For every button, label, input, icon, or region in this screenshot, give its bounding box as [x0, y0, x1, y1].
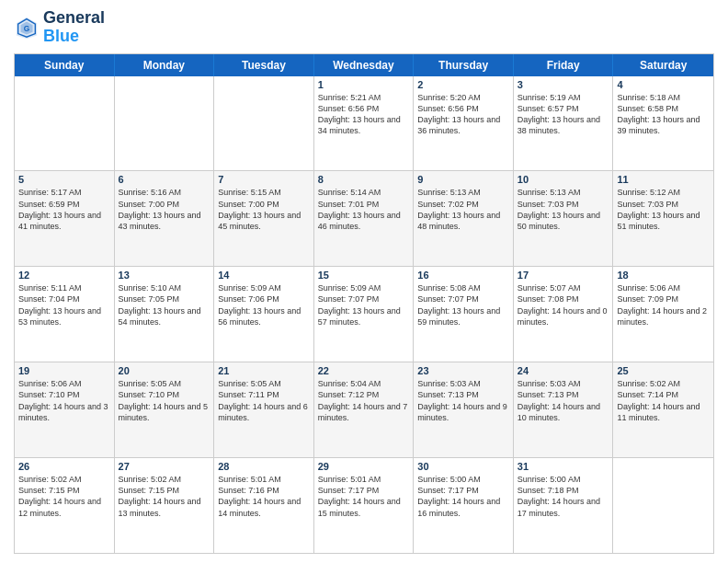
cell-info: Sunrise: 5:08 AM Sunset: 7:07 PM Dayligh…	[417, 282, 509, 327]
calendar-grid: 1Sunrise: 5:21 AM Sunset: 6:56 PM Daylig…	[15, 76, 713, 553]
calendar-cell	[15, 76, 115, 171]
calendar-cell: 13Sunrise: 5:10 AM Sunset: 7:05 PM Dayli…	[115, 267, 215, 362]
cell-info: Sunrise: 5:00 AM Sunset: 7:18 PM Dayligh…	[518, 474, 609, 519]
calendar-cell: 6Sunrise: 5:16 AM Sunset: 7:00 PM Daylig…	[115, 171, 215, 266]
cell-info: Sunrise: 5:01 AM Sunset: 7:16 PM Dayligh…	[218, 474, 310, 519]
calendar-cell: 2Sunrise: 5:20 AM Sunset: 6:56 PM Daylig…	[414, 76, 514, 171]
cell-info: Sunrise: 5:09 AM Sunset: 7:06 PM Dayligh…	[218, 282, 310, 327]
cell-info: Sunrise: 5:12 AM Sunset: 7:03 PM Dayligh…	[617, 187, 710, 232]
cell-date: 13	[119, 270, 210, 281]
day-header-tuesday: Tuesday	[214, 54, 314, 76]
day-headers-row: SundayMondayTuesdayWednesdayThursdayFrid…	[15, 54, 713, 76]
cell-date: 22	[318, 365, 410, 376]
cell-info: Sunrise: 5:09 AM Sunset: 7:07 PM Dayligh…	[318, 282, 410, 327]
page-header: G General Blue	[14, 9, 714, 46]
cell-info: Sunrise: 5:01 AM Sunset: 7:17 PM Dayligh…	[318, 474, 410, 519]
calendar-cell: 12Sunrise: 5:11 AM Sunset: 7:04 PM Dayli…	[15, 267, 115, 362]
cell-info: Sunrise: 5:03 AM Sunset: 7:13 PM Dayligh…	[518, 378, 609, 423]
calendar-cell: 15Sunrise: 5:09 AM Sunset: 7:07 PM Dayli…	[314, 267, 415, 362]
calendar-row-2: 12Sunrise: 5:11 AM Sunset: 7:04 PM Dayli…	[15, 267, 713, 362]
cell-info: Sunrise: 5:14 AM Sunset: 7:01 PM Dayligh…	[318, 187, 410, 232]
cell-info: Sunrise: 5:21 AM Sunset: 6:56 PM Dayligh…	[318, 92, 410, 137]
logo: G General Blue	[14, 9, 105, 46]
cell-info: Sunrise: 5:05 AM Sunset: 7:11 PM Dayligh…	[218, 378, 310, 423]
cell-info: Sunrise: 5:02 AM Sunset: 7:14 PM Dayligh…	[617, 378, 710, 423]
cell-date: 17	[518, 270, 609, 281]
calendar-cell: 17Sunrise: 5:07 AM Sunset: 7:08 PM Dayli…	[514, 267, 614, 362]
logo-icon: G	[14, 15, 40, 40]
cell-date: 25	[617, 365, 710, 376]
cell-info: Sunrise: 5:02 AM Sunset: 7:15 PM Dayligh…	[18, 474, 110, 519]
calendar-cell: 16Sunrise: 5:08 AM Sunset: 7:07 PM Dayli…	[414, 267, 514, 362]
calendar-row-4: 26Sunrise: 5:02 AM Sunset: 7:15 PM Dayli…	[15, 458, 713, 553]
cell-info: Sunrise: 5:04 AM Sunset: 7:12 PM Dayligh…	[318, 378, 410, 423]
calendar: SundayMondayTuesdayWednesdayThursdayFrid…	[14, 53, 714, 554]
cell-date: 9	[417, 174, 509, 185]
cell-info: Sunrise: 5:16 AM Sunset: 7:00 PM Dayligh…	[119, 187, 210, 232]
calendar-cell: 5Sunrise: 5:17 AM Sunset: 6:59 PM Daylig…	[15, 171, 115, 266]
cell-date: 31	[518, 461, 609, 472]
cell-info: Sunrise: 5:19 AM Sunset: 6:57 PM Dayligh…	[518, 92, 609, 137]
calendar-cell: 14Sunrise: 5:09 AM Sunset: 7:06 PM Dayli…	[214, 267, 314, 362]
calendar-cell: 20Sunrise: 5:05 AM Sunset: 7:10 PM Dayli…	[115, 362, 215, 457]
calendar-cell: 31Sunrise: 5:00 AM Sunset: 7:18 PM Dayli…	[514, 458, 614, 553]
calendar-cell	[115, 76, 215, 171]
cell-date: 3	[518, 79, 609, 90]
cell-date: 10	[518, 174, 609, 185]
logo-line1: General	[43, 9, 105, 28]
cell-date: 29	[318, 461, 410, 472]
logo-text-block: General Blue	[43, 9, 105, 46]
calendar-page: G General Blue SundayMondayTuesdayWednes…	[0, 0, 728, 563]
cell-date: 24	[518, 365, 609, 376]
calendar-cell: 3Sunrise: 5:19 AM Sunset: 6:57 PM Daylig…	[514, 76, 614, 171]
calendar-cell: 22Sunrise: 5:04 AM Sunset: 7:12 PM Dayli…	[314, 362, 415, 457]
cell-info: Sunrise: 5:06 AM Sunset: 7:10 PM Dayligh…	[18, 378, 110, 423]
cell-date: 11	[617, 174, 710, 185]
cell-info: Sunrise: 5:06 AM Sunset: 7:09 PM Dayligh…	[617, 282, 710, 327]
cell-info: Sunrise: 5:10 AM Sunset: 7:05 PM Dayligh…	[119, 282, 210, 327]
cell-date: 23	[417, 365, 509, 376]
cell-date: 27	[119, 461, 210, 472]
cell-info: Sunrise: 5:20 AM Sunset: 6:56 PM Dayligh…	[417, 92, 509, 137]
cell-info: Sunrise: 5:07 AM Sunset: 7:08 PM Dayligh…	[518, 282, 609, 327]
calendar-cell: 8Sunrise: 5:14 AM Sunset: 7:01 PM Daylig…	[314, 171, 415, 266]
cell-info: Sunrise: 5:03 AM Sunset: 7:13 PM Dayligh…	[417, 378, 509, 423]
cell-date: 30	[417, 461, 509, 472]
cell-date: 7	[218, 174, 310, 185]
logo-line2: Blue	[43, 28, 105, 46]
day-header-sunday: Sunday	[15, 54, 115, 76]
cell-info: Sunrise: 5:11 AM Sunset: 7:04 PM Dayligh…	[18, 282, 110, 327]
cell-date: 8	[318, 174, 410, 185]
cell-date: 1	[318, 79, 410, 90]
cell-info: Sunrise: 5:13 AM Sunset: 7:02 PM Dayligh…	[417, 187, 509, 232]
calendar-cell: 30Sunrise: 5:00 AM Sunset: 7:17 PM Dayli…	[414, 458, 514, 553]
calendar-cell: 11Sunrise: 5:12 AM Sunset: 7:03 PM Dayli…	[613, 171, 713, 266]
cell-date: 2	[417, 79, 509, 90]
day-header-monday: Monday	[115, 54, 215, 76]
calendar-cell: 4Sunrise: 5:18 AM Sunset: 6:58 PM Daylig…	[613, 76, 713, 171]
cell-info: Sunrise: 5:18 AM Sunset: 6:58 PM Dayligh…	[617, 92, 710, 137]
calendar-cell	[613, 458, 713, 553]
cell-date: 16	[417, 270, 509, 281]
cell-info: Sunrise: 5:13 AM Sunset: 7:03 PM Dayligh…	[518, 187, 609, 232]
cell-date: 19	[18, 365, 110, 376]
cell-date: 28	[218, 461, 310, 472]
cell-date: 12	[18, 270, 110, 281]
cell-date: 14	[218, 270, 310, 281]
cell-info: Sunrise: 5:05 AM Sunset: 7:10 PM Dayligh…	[119, 378, 210, 423]
cell-date: 5	[18, 174, 110, 185]
cell-date: 18	[617, 270, 710, 281]
calendar-cell: 1Sunrise: 5:21 AM Sunset: 6:56 PM Daylig…	[314, 76, 415, 171]
calendar-cell: 19Sunrise: 5:06 AM Sunset: 7:10 PM Dayli…	[15, 362, 115, 457]
cell-info: Sunrise: 5:15 AM Sunset: 7:00 PM Dayligh…	[218, 187, 310, 232]
calendar-cell: 18Sunrise: 5:06 AM Sunset: 7:09 PM Dayli…	[613, 267, 713, 362]
calendar-cell: 24Sunrise: 5:03 AM Sunset: 7:13 PM Dayli…	[514, 362, 614, 457]
day-header-thursday: Thursday	[414, 54, 514, 76]
calendar-cell: 28Sunrise: 5:01 AM Sunset: 7:16 PM Dayli…	[214, 458, 314, 553]
day-header-saturday: Saturday	[613, 54, 713, 76]
cell-info: Sunrise: 5:00 AM Sunset: 7:17 PM Dayligh…	[417, 474, 509, 519]
calendar-cell: 29Sunrise: 5:01 AM Sunset: 7:17 PM Dayli…	[314, 458, 415, 553]
cell-date: 4	[617, 79, 710, 90]
cell-date: 26	[18, 461, 110, 472]
calendar-cell: 26Sunrise: 5:02 AM Sunset: 7:15 PM Dayli…	[15, 458, 115, 553]
